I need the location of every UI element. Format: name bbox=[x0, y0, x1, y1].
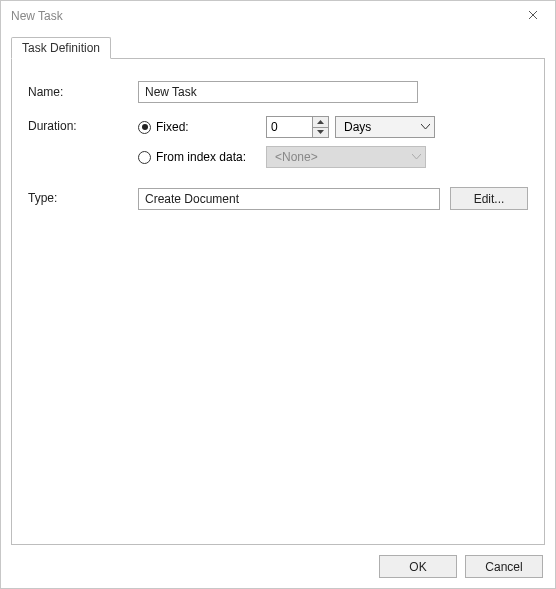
radio-from-index-label[interactable]: From index data: bbox=[156, 150, 266, 164]
fixed-value-spinner bbox=[266, 116, 329, 138]
spinner-down-button[interactable] bbox=[313, 128, 328, 138]
chevron-up-icon bbox=[317, 120, 324, 124]
tab-task-definition[interactable]: Task Definition bbox=[11, 37, 111, 59]
unit-select-value: Days bbox=[344, 120, 371, 134]
duration-fixed-row: Fixed: bbox=[138, 115, 528, 139]
close-button[interactable] bbox=[510, 1, 555, 31]
name-input[interactable] bbox=[138, 81, 418, 103]
content-area: Task Definition Name: Duration: Fixed: bbox=[1, 31, 555, 545]
radio-fixed-label[interactable]: Fixed: bbox=[156, 120, 266, 134]
ok-button[interactable]: OK bbox=[379, 555, 457, 578]
row-type: Type: Create Document Edit... bbox=[28, 187, 528, 210]
unit-select[interactable]: Days bbox=[335, 116, 435, 138]
chevron-down-icon bbox=[412, 154, 421, 160]
label-duration: Duration: bbox=[28, 115, 138, 133]
cancel-button[interactable]: Cancel bbox=[465, 555, 543, 578]
type-display: Create Document bbox=[138, 188, 440, 210]
chevron-down-icon bbox=[421, 124, 430, 130]
index-select-value: <None> bbox=[275, 150, 318, 164]
chevron-down-icon bbox=[317, 130, 324, 134]
duration-index-row: From index data: <None> bbox=[138, 145, 528, 169]
spinner-up-button[interactable] bbox=[313, 117, 328, 128]
fixed-value-input[interactable] bbox=[267, 117, 313, 137]
radio-from-index[interactable] bbox=[138, 151, 151, 164]
titlebar: New Task bbox=[1, 1, 555, 31]
tabstrip: Task Definition bbox=[11, 37, 545, 59]
close-icon bbox=[528, 9, 538, 23]
dialog-footer: OK Cancel bbox=[1, 545, 555, 588]
radio-fixed[interactable] bbox=[138, 121, 151, 134]
label-type: Type: bbox=[28, 187, 138, 205]
row-name: Name: bbox=[28, 81, 528, 103]
window-title: New Task bbox=[11, 9, 63, 23]
new-task-dialog: New Task Task Definition Name: Duration: bbox=[0, 0, 556, 589]
index-select: <None> bbox=[266, 146, 426, 168]
row-duration: Duration: Fixed: bbox=[28, 115, 528, 175]
label-name: Name: bbox=[28, 81, 138, 99]
tabpanel-task-definition: Name: Duration: Fixed: bbox=[11, 58, 545, 545]
edit-button[interactable]: Edit... bbox=[450, 187, 528, 210]
